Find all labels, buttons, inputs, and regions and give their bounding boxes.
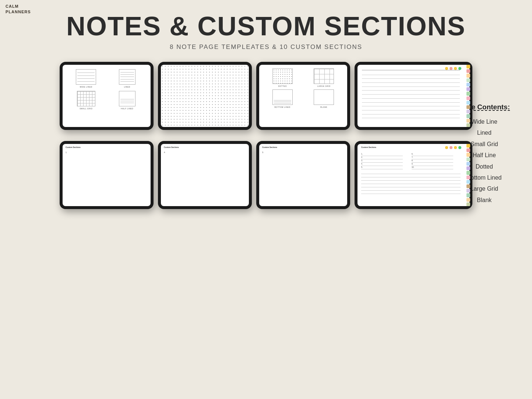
color-tab2-2 xyxy=(466,148,470,152)
color-tab2-10 xyxy=(466,184,470,188)
icon-yellow-2 xyxy=(445,146,448,149)
color-tabs xyxy=(466,65,470,127)
tablet-3-screen: DOTTED LARGE GRID BOTTOM LINED xyxy=(259,65,347,127)
custom-item-1: 1. xyxy=(361,153,410,156)
custom-item-6: 6. xyxy=(412,153,461,156)
color-tab2-6 xyxy=(466,166,470,170)
large-grid-label: LARGE GRID xyxy=(317,85,331,87)
icon-red xyxy=(450,67,452,70)
color-tab2-14 xyxy=(466,202,470,206)
template-grid: WIDE LINED LINED SMALL GRID xyxy=(63,65,151,114)
small-grid-preview xyxy=(77,91,95,106)
color-tab2-5 xyxy=(466,162,470,166)
color-tab2-1 xyxy=(466,144,470,148)
tablet-4-wide xyxy=(355,62,472,130)
lined-label: LINED xyxy=(124,86,130,88)
tablet-6: Custom Sections 4 xyxy=(158,141,252,209)
tablets-section: WIDE LINED LINED SMALL GRID xyxy=(0,62,532,209)
template-lined: LINED xyxy=(108,69,147,88)
wide-lined-preview xyxy=(76,69,96,85)
third-tablet-grid: DOTTED LARGE GRID BOTTOM LINED xyxy=(259,65,347,112)
color-tab-9 xyxy=(466,101,470,105)
color-tab-7 xyxy=(466,92,470,95)
tablet-top-icons xyxy=(445,67,461,70)
tablet-6-screen: Custom Sections 4 xyxy=(161,144,249,206)
color-tab-4 xyxy=(466,78,470,82)
custom-number-1: 1 xyxy=(63,150,151,155)
lined-preview xyxy=(119,69,135,85)
template-small-grid: SMALL GRID xyxy=(67,91,105,110)
tablet-1: WIDE LINED LINED SMALL GRID xyxy=(60,62,154,130)
tablet-4-screen xyxy=(357,65,469,127)
logo: CALM PLANNERS xyxy=(6,4,31,15)
icon-green xyxy=(458,67,461,70)
tablet-2 xyxy=(158,62,252,130)
custom-number-3: 5 xyxy=(259,150,347,155)
color-tab2-4 xyxy=(466,158,470,161)
color-tab-6 xyxy=(466,87,470,91)
color-tab-12 xyxy=(466,114,470,118)
tablet-8-top-icons xyxy=(445,146,461,149)
color-tab2-3 xyxy=(466,153,470,156)
color-tabs-2 xyxy=(466,144,470,206)
tablet-row-2: Custom Sections 1 Custom Sections 4 Cust… xyxy=(60,141,472,209)
custom-item-3: 3. xyxy=(361,159,410,163)
template-half-lined: HALF LINED xyxy=(108,91,147,110)
custom-item-9: 9. xyxy=(412,163,461,166)
dotted-preview xyxy=(272,68,293,84)
icon-red-2 xyxy=(450,146,452,149)
dotted-label: DOTTED xyxy=(278,85,287,87)
custom-item-8: 8. xyxy=(412,159,461,163)
custom-item-10: 10. xyxy=(412,166,461,169)
icon-green-2 xyxy=(458,146,461,149)
icon-gold-2 xyxy=(454,146,457,149)
color-tab-13 xyxy=(466,119,470,123)
color-tab-8 xyxy=(466,96,470,100)
color-tab-10 xyxy=(466,105,470,109)
blank-label: BLANK xyxy=(320,106,327,108)
small-grid-label: SMALL GRID xyxy=(80,107,92,110)
custom-label-3: Custom Sections xyxy=(259,144,347,148)
half-lined-label: HALF LINED xyxy=(121,107,133,110)
bottom-lined-label: BOTTOM LINED xyxy=(275,106,290,108)
page-subtitle: 8 NOTE PAGE TEMPLEATES & 10 CUSTOM SECTI… xyxy=(0,43,532,51)
dotted-page xyxy=(161,65,249,127)
wide-custom-lines xyxy=(357,172,464,198)
custom-item-4: 4. xyxy=(361,163,410,166)
color-tab-14 xyxy=(466,123,470,127)
lined-page xyxy=(357,65,464,127)
logo-line1: CALM xyxy=(6,4,19,8)
page-title: NOTES & CUSTOM SECTIONS xyxy=(0,11,532,41)
custom-item-2: 2. xyxy=(361,156,410,159)
custom-label-2: Custom Sections xyxy=(161,144,249,148)
color-tab-2 xyxy=(466,69,470,73)
custom-label-1: Custom Sections xyxy=(63,144,151,148)
bottom-lined-preview xyxy=(272,89,293,105)
color-tab-11 xyxy=(466,110,470,113)
wide-lined-label: WIDE LINED xyxy=(80,86,92,88)
custom-two-col: 1. 2. 3. 4. 5. 6. 7. 8. 9. 10. xyxy=(357,150,464,172)
color-tab2-9 xyxy=(466,180,470,184)
tablet-8-wide: Custom Sections 1. 2. 3. 4. 5. 6. 7. 8. xyxy=(355,141,472,209)
template-bottom-lined: BOTTOM LINED xyxy=(263,89,302,108)
color-tab2-12 xyxy=(466,193,470,197)
custom-item-7: 7. xyxy=(412,156,461,159)
tablet-5: Custom Sections 1 xyxy=(60,141,154,209)
half-lined-preview xyxy=(119,91,135,106)
template-dotted: DOTTED xyxy=(263,68,302,87)
icon-yellow xyxy=(445,67,448,70)
color-tab2-11 xyxy=(466,189,470,193)
tablet-5-screen: Custom Sections 1 xyxy=(63,144,151,206)
color-tab2-13 xyxy=(466,198,470,202)
color-tab-3 xyxy=(466,74,470,77)
large-grid-preview xyxy=(314,68,334,84)
tablet-7-screen: Custom Sections 5 xyxy=(259,144,347,206)
tablet-7: Custom Sections 5 xyxy=(256,141,350,209)
template-blank: BLANK xyxy=(304,89,344,108)
color-tab2-7 xyxy=(466,171,470,174)
icon-gold xyxy=(454,67,457,70)
tablet-3: DOTTED LARGE GRID BOTTOM LINED xyxy=(256,62,350,130)
color-tab-1 xyxy=(466,65,470,68)
template-wide-lined: WIDE LINED xyxy=(67,69,105,88)
tablet-row-1: WIDE LINED LINED SMALL GRID xyxy=(60,62,472,130)
